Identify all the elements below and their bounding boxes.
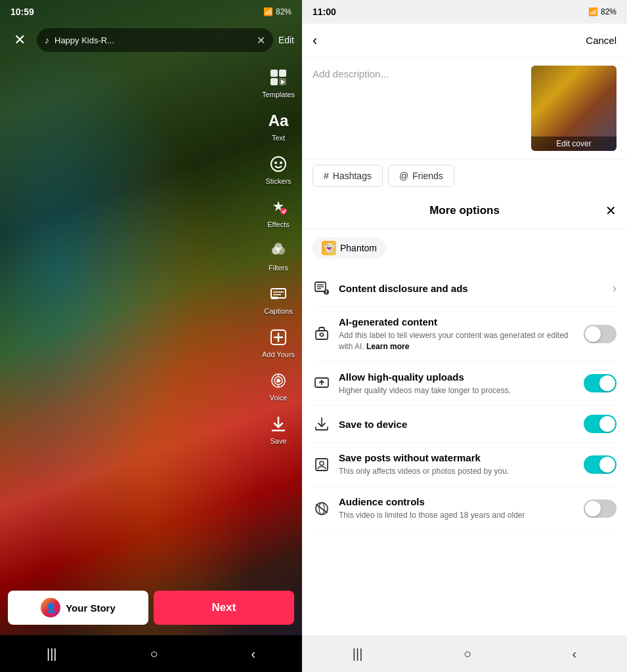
svg-rect-12 [271, 289, 286, 298]
high-quality-icon [313, 374, 331, 392]
svg-point-31 [326, 293, 327, 294]
bottom-bar-left: 👤 Your Story Next [0, 583, 302, 633]
svg-rect-2 [270, 78, 278, 85]
back-button[interactable]: ‹ [313, 32, 317, 49]
post-header: ‹ Cancel [302, 24, 627, 58]
music-title: Happy Kids-R... [54, 35, 114, 45]
status-bar-right: 11:00 📶 82% [302, 0, 627, 24]
svg-rect-1 [279, 70, 286, 77]
battery-right: 82% [601, 7, 616, 16]
music-pill[interactable]: ♪ Happy Kids-R... ✕ [37, 28, 273, 52]
nav-home-icon[interactable]: ○ [150, 646, 158, 662]
text-label: Text [272, 134, 285, 142]
svg-rect-13 [271, 297, 278, 299]
filters-label: Filters [269, 264, 288, 272]
edit-button[interactable]: Edit [278, 35, 294, 45]
nav-bar-right: ||| ○ ‹ [302, 635, 627, 672]
audience-icon [313, 499, 331, 518]
wifi-icon: 📶 [263, 7, 273, 16]
next-button[interactable]: Next [154, 591, 294, 625]
toolbar-item-stickers[interactable]: Stickers [265, 148, 291, 189]
status-time-left: 10:59 [11, 7, 34, 17]
status-icons-left: 📶 82% [263, 7, 292, 16]
nav-home-icon-right[interactable]: ○ [464, 646, 471, 662]
content-disclosure-right: › [613, 282, 616, 295]
high-quality-toggle[interactable] [584, 374, 616, 392]
toolbar-item-templates[interactable]: Templates [262, 62, 295, 102]
nav-back-icon-right[interactable]: ‹ [573, 646, 577, 662]
add-yours-icon [267, 326, 290, 349]
music-close-icon[interactable]: ✕ [257, 34, 265, 47]
friends-button[interactable]: @ Friends [388, 165, 454, 187]
save-icon [267, 412, 290, 436]
text-icon: Aa [267, 109, 290, 133]
cancel-button[interactable]: Cancel [586, 35, 616, 46]
option-content-disclosure[interactable]: Content disclosure and ads › [313, 270, 616, 307]
hashtags-button[interactable]: # Hashtags [313, 165, 383, 187]
toggle-knob-sw [599, 457, 615, 472]
templates-icon [267, 66, 290, 89]
save-watermark-desc: This only affects videos or photos poste… [339, 466, 576, 477]
description-input[interactable]: Add description... [313, 66, 523, 79]
ai-content-toggle[interactable] [584, 325, 616, 343]
post-tags: # Hashtags @ Friends [302, 159, 627, 192]
battery-left: 82% [276, 7, 292, 16]
content-disclosure-icon [313, 279, 331, 297]
effects-label: Effects [267, 220, 289, 228]
post-content: Add description... Edit cover [302, 58, 627, 159]
your-story-button[interactable]: 👤 Your Story [8, 591, 148, 625]
toolbar-item-voice[interactable]: Voice [267, 365, 290, 406]
phantom-badge[interactable]: 👻 Phantom [313, 237, 386, 259]
status-icons-right: 📶 82% [588, 7, 616, 16]
ai-learn-more-link[interactable]: Learn more [366, 342, 409, 351]
sheet-close-button[interactable]: ✕ [605, 203, 616, 219]
save-device-toggle[interactable] [584, 415, 616, 433]
toolbar-item-text[interactable]: Aa Text [267, 105, 290, 146]
sheet-header: More options ✕ [302, 192, 627, 229]
save-device-content: Save to device [339, 419, 576, 430]
cover-preview: Edit cover [531, 66, 616, 151]
add-yours-label: Add Yours [262, 350, 295, 358]
ai-content-icon [313, 325, 331, 343]
post-screen: ‹ Cancel Add description... Edit cover #… [302, 24, 627, 635]
nav-menu-icon[interactable]: ||| [47, 646, 57, 662]
effects-icon [267, 196, 290, 219]
nav-menu-icon-right[interactable]: ||| [353, 646, 363, 662]
toolbar-item-save[interactable]: Save [267, 408, 290, 449]
at-icon: @ [399, 171, 408, 181]
more-options-sheet: More options ✕ 👻 Phantom [302, 192, 627, 635]
toggle-knob-sd [599, 416, 615, 432]
sheet-body: 👻 Phantom [302, 229, 627, 635]
ai-content-content: AI-generated content Add this label to t… [339, 316, 576, 352]
svg-point-11 [274, 243, 282, 251]
save-label: Save [270, 437, 286, 445]
toolbar-item-captions[interactable]: Captions [264, 278, 292, 319]
toolbar-item-add-yours[interactable]: Add Yours [262, 322, 295, 362]
svg-point-6 [274, 161, 277, 164]
status-time-right: 11:00 [313, 7, 336, 17]
chevron-right-icon: › [613, 282, 616, 295]
save-device-toggle-container [584, 415, 616, 433]
option-save-device: Save to device [313, 406, 616, 443]
close-button[interactable]: ✕ [8, 28, 32, 52]
captions-label: Captions [264, 307, 292, 315]
save-watermark-icon [313, 455, 331, 474]
phantom-icon: 👻 [322, 241, 336, 255]
stickers-icon [267, 152, 290, 176]
edit-cover-label[interactable]: Edit cover [531, 136, 616, 151]
next-label: Next [212, 601, 236, 614]
svg-point-8 [280, 208, 287, 215]
toolbar-item-filters[interactable]: Filters [267, 235, 290, 276]
save-watermark-toggle[interactable] [584, 455, 616, 474]
high-quality-desc: Higher quality videos may take longer to… [339, 385, 576, 396]
nav-back-icon[interactable]: ‹ [251, 646, 255, 662]
filters-icon [267, 239, 290, 262]
music-note-icon: ♪ [45, 35, 49, 45]
your-story-label: Your Story [66, 602, 116, 614]
svg-point-33 [320, 333, 324, 337]
save-device-title: Save to device [339, 419, 576, 430]
nav-bar-left: ||| ○ ‹ [0, 635, 302, 672]
toolbar-item-effects[interactable]: Effects [267, 192, 290, 232]
high-quality-content: Allow high-quality uploads Higher qualit… [339, 371, 576, 396]
audience-toggle[interactable] [584, 499, 616, 518]
